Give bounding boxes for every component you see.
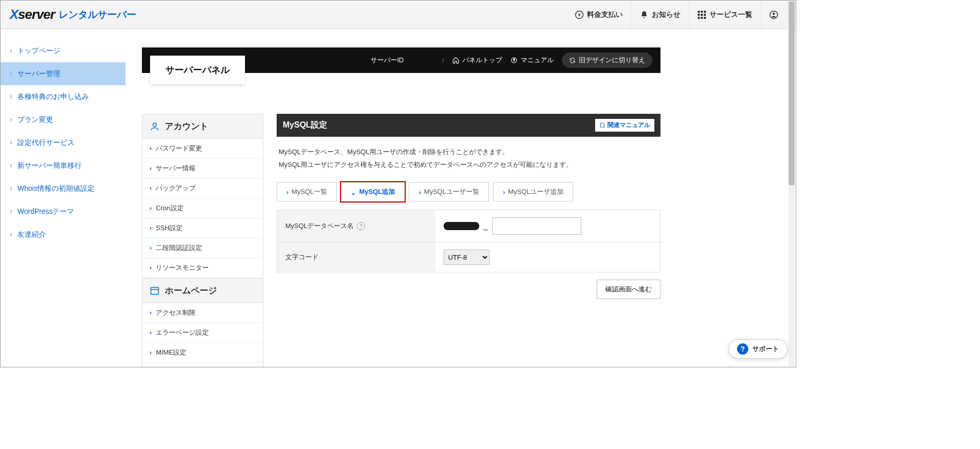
dbname-label-cell: MySQLデータベース名 ? [277,210,435,242]
mysql-add-form: MySQLデータベース名 ? _ 文字コード [277,210,660,272]
sidemenu-error-page[interactable]: エラーページ設定 [142,323,263,343]
svg-rect-7 [151,287,159,294]
logo-subtitle: レンタルサーバー [59,8,136,21]
sidemenu-server-info[interactable]: サーバー情報 [142,159,263,179]
leftnav-wordpress-theme[interactable]: WordPressテーマ [1,200,126,223]
leftnav-server-management[interactable]: サーバー管理 [1,62,126,85]
sidemenu-htaccess[interactable]: .htaccess編集 [142,363,263,367]
sidemenu-account-header: アカウント [142,114,263,139]
leftnav-server-migration[interactable]: 新サーバー簡単移行 [1,154,126,177]
chevron-right-icon: › [419,188,421,196]
tab-mysql-list-label: MySQL一覧 [291,187,327,196]
leftnav-plan-change[interactable]: プラン変更 [1,108,126,131]
manual-link[interactable]: ? マニュアル [510,56,554,65]
yen-icon: ¥ [575,10,584,19]
nav-payment[interactable]: ¥ 料金支払い [567,1,631,29]
page-desc-line2: MySQL用ユーザにアクセス権を与えることで初めてデータベースへのアクセスが可能… [279,159,658,171]
tab-mysql-user-list-label: MySQLユーザー覧 [424,187,479,196]
nav-services-label: サービス一覧 [709,10,752,19]
divider: / [442,57,444,64]
old-design-toggle[interactable]: 旧デザインに切り替え [562,53,652,68]
panel-top-link[interactable]: パネルトップ [452,56,502,65]
leftnav-top[interactable]: トップページ [1,39,126,62]
dbname-separator: _ [483,221,488,231]
person-icon [150,121,160,132]
proceed-button[interactable]: 確認画面へ進む [597,280,660,299]
tab-mysql-user-add-label: MySQLユーザ追加 [508,187,564,196]
svg-text:?: ? [513,58,515,62]
help-icon: ? [510,57,518,64]
global-header: Xserver レンタルサーバー ¥ 料金支払い お知らせ サービス一覧 [1,1,796,29]
sidemenu-access-restriction[interactable]: アクセス制限 [142,303,263,323]
support-label: サポート [752,344,779,354]
leftnav-setup-service[interactable]: 設定代行サービス [1,131,126,154]
server-id-label: サーバーID [371,56,404,65]
svg-text:¥: ¥ [578,13,581,17]
related-manual-label: 関連マニュアル [607,121,650,130]
leftnav-benefits[interactable]: 各種特典のお申し込み [1,85,126,108]
tab-mysql-user-add[interactable]: ›MySQLユーザ追加 [493,182,573,202]
settings-sidemenu: アカウント パスワード変更 サーバー情報 バックアップ Cron設定 SSH設定… [142,114,263,367]
help-tooltip-icon[interactable]: ? [357,222,365,230]
question-icon: ? [737,343,748,355]
dbname-input[interactable] [492,217,581,235]
page-header: MySQL設定 関連マニュアル [277,114,660,137]
bell-icon [640,10,649,19]
old-design-label: 旧デザインに切り替え [579,56,645,65]
leftnav-referral[interactable]: 友達紹介 [1,223,126,246]
tab-mysql-add-label: MySQL追加 [359,187,396,196]
logo[interactable]: Xserver レンタルサーバー [10,7,136,22]
sidemenu-2fa[interactable]: 二段階認証設定 [142,238,263,258]
charset-label: 文字コード [285,253,318,262]
chevron-down-icon: ⌄ [351,189,356,196]
main-area: サーバーパネル サーバーID / パネルトップ ? マニュアル 旧デザインに切り… [126,29,796,367]
nav-services[interactable]: サービス一覧 [689,1,761,29]
scrollbar-thumb[interactable] [789,2,795,185]
mysql-tabs: ›MySQL一覧 ⌄MySQL追加 ›MySQLユーザー覧 ›MySQLユーザ追… [277,182,660,202]
support-float-button[interactable]: ? サポート [728,339,788,359]
charset-select[interactable]: UTF-8 [444,250,489,265]
nav-notice-label: お知らせ [652,10,680,19]
grid-icon [697,10,706,19]
panel-top-label: パネルトップ [462,56,502,65]
nav-notice[interactable]: お知らせ [631,1,689,29]
home-icon [452,57,459,64]
svg-point-6 [153,123,157,127]
panel-title: サーバーパネル [150,56,245,84]
chevron-right-icon: › [286,188,288,196]
logo-mark: Xserver [10,7,55,22]
sidemenu-mime[interactable]: MIME設定 [142,343,263,363]
sidemenu-homepage-title: ホームページ [165,285,217,296]
header-actions: ¥ 料金支払い お知らせ サービス一覧 [567,1,787,29]
svg-point-3 [773,12,775,15]
sidemenu-resource-monitor[interactable]: リソースモニター [142,258,263,278]
sidemenu-password[interactable]: パスワード変更 [142,139,263,159]
charset-label-cell: 文字コード [277,242,435,272]
tab-mysql-add[interactable]: ⌄MySQL追加 [341,182,405,202]
sidemenu-ssh[interactable]: SSH設定 [142,218,263,238]
refresh-icon [569,57,576,64]
book-icon [599,122,605,129]
manual-label: マニュアル [521,56,554,65]
nav-user[interactable] [761,1,787,29]
dbname-prefix-redacted [444,222,479,230]
page-description: MySQLデータベース、MySQL用ユーザの作成・削除を行うことができます。 M… [277,137,660,180]
leftnav-whois[interactable]: Whois情報の初期値設定 [1,177,126,200]
sidemenu-cron[interactable]: Cron設定 [142,198,263,218]
user-icon [769,10,778,19]
page-desc-line1: MySQLデータベース、MySQL用ユーザの作成・削除を行うことができます。 [279,146,658,159]
tab-mysql-user-list[interactable]: ›MySQLユーザー覧 [409,182,489,202]
window-icon [150,286,160,296]
chevron-right-icon: › [503,188,505,196]
sidemenu-homepage-header: ホームページ [142,279,263,303]
tab-mysql-list[interactable]: ›MySQL一覧 [277,182,337,202]
related-manual-button[interactable]: 関連マニュアル [595,119,654,132]
nav-payment-label: 料金支払い [587,10,623,19]
panel-header-bar: サーバーパネル サーバーID / パネルトップ ? マニュアル 旧デザインに切り… [142,47,660,73]
sidemenu-account-title: アカウント [165,120,208,132]
page-content: MySQL設定 関連マニュアル MySQLデータベース、MySQL用ユーザの作成… [277,114,660,367]
dbname-label: MySQLデータベース名 [285,221,354,231]
sidemenu-backup[interactable]: バックアップ [142,179,263,198]
page-title: MySQL設定 [283,120,327,131]
left-nav: トップページ サーバー管理 各種特典のお申し込み プラン変更 設定代行サービス … [1,29,126,367]
